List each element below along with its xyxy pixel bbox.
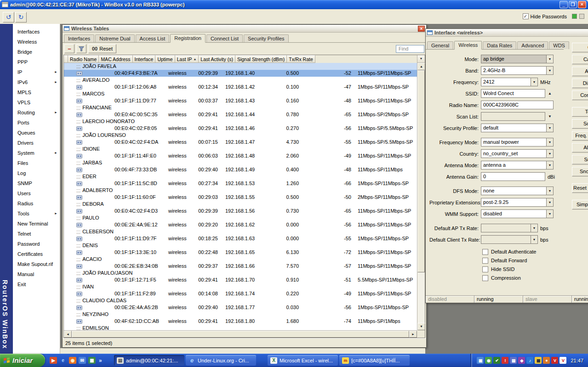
dialog-button[interactable]: OK <box>572 43 588 52</box>
hide-passwords-checkbox[interactable]: ✓ <box>523 13 529 19</box>
device-icon[interactable]: ◆ <box>518 357 525 364</box>
option-row[interactable]: Compression <box>482 274 588 282</box>
dialog-button[interactable]: Torch <box>572 107 588 117</box>
sidebar-item[interactable]: MPLS <box>13 87 60 97</box>
dropdown-arrow-icon[interactable]: ▼ <box>546 55 553 63</box>
dialog-button[interactable]: Comment <box>572 90 588 100</box>
taskbar-task-button[interactable]: admin@00:0C:42:21:... <box>114 355 184 366</box>
entry-comment-row[interactable]: ;;;IVAN <box>64 283 417 290</box>
sidebar-item[interactable]: Wireless <box>13 37 60 47</box>
entry-comment-row[interactable]: ;;;MARCOS <box>64 90 417 97</box>
field-value[interactable]: none ▼ <box>481 186 554 195</box>
entry-data-row[interactable]: 00:0E:2E:4A:A5:2B wireless 00:29:40 192.… <box>64 304 417 311</box>
entry-comment-row[interactable]: ;;;IDIONE <box>64 146 417 152</box>
field-value[interactable]: 000C4239608C <box>481 101 554 109</box>
scroll-left-icon[interactable]: ◄ <box>64 331 72 338</box>
column-header[interactable]: Last IP ▲ <box>175 55 199 63</box>
field-value[interactable]: no_country_set ▼ <box>481 149 554 158</box>
entry-data-row[interactable]: 00:E0:4C:00:5C:35 wireless 00:29:41 192.… <box>64 111 417 118</box>
field-value[interactable]: ▼ <box>481 235 538 244</box>
column-header[interactable]: Tx/Rx Rate <box>287 55 315 63</box>
antivirus-icon[interactable]: V <box>551 357 558 364</box>
show-desktop-icon[interactable]: ▦ <box>88 357 96 364</box>
sidebar-item[interactable]: Files <box>13 158 60 168</box>
sidebar-item[interactable]: Password <box>13 239 60 249</box>
column-header[interactable] <box>64 55 68 63</box>
redo-button[interactable]: ↻ <box>15 12 27 23</box>
entry-comment-row[interactable]: ;;;JOÃO FAVELA <box>64 63 417 70</box>
sidebar-item[interactable]: Telnet <box>13 229 60 239</box>
column-header[interactable]: Radio Name <box>68 55 99 63</box>
field-value[interactable]: 2412 ▼ <box>481 78 538 86</box>
entry-data-row[interactable]: 00:0E:2E:EB:34:0B wireless 00:29:37 192.… <box>64 263 417 270</box>
sidebar-item[interactable]: Certificates <box>13 249 60 259</box>
vnc-icon[interactable]: V <box>559 357 566 364</box>
vertical-scrollbar[interactable]: ▲ ▼ <box>417 63 425 330</box>
alert-icon[interactable]: ! <box>502 357 508 364</box>
entry-data-row[interactable]: 00:E0:4C:02:F4:DA wireless 00:07:15 192.… <box>64 139 417 146</box>
sidebar-item[interactable]: SNMP <box>13 178 60 188</box>
sidebar-item[interactable]: Bridge <box>13 47 60 57</box>
entry-data-row[interactable]: 00:E0:4C:02:F8:05 wireless 00:29:41 192.… <box>64 125 417 132</box>
sidebar-item[interactable]: New Terminal <box>13 219 60 229</box>
entry-data-row[interactable]: 00:06:4F:73:33:DB wireless 00:29:40 192.… <box>64 166 417 173</box>
checkbox[interactable] <box>482 275 488 281</box>
expand-toggle-icon[interactable]: ▲ <box>547 91 553 96</box>
entry-comment-row[interactable]: ;;;CLAUDIO CALDAS <box>64 297 417 304</box>
dialog-button[interactable]: Scan... <box>572 119 588 129</box>
firefox-icon[interactable]: ◉ <box>69 357 76 364</box>
media-player-icon[interactable]: ▶ <box>50 357 57 364</box>
dropdown-arrow-icon[interactable]: ▼ <box>531 224 537 232</box>
taskbar-task-button[interactable]: [c=#00A8A8][u]THÍÍ... <box>339 355 410 366</box>
tab[interactable]: Advanced <box>517 41 548 49</box>
scroll-up-icon[interactable]: ▲ <box>417 63 425 70</box>
option-row[interactable]: Default Forward <box>482 257 588 264</box>
sidebar-item[interactable]: Manual <box>13 269 60 279</box>
sidebar-item[interactable]: Drivers <box>13 138 60 148</box>
dialog-button[interactable]: Snooper... <box>572 167 588 176</box>
dropdown-arrow-icon[interactable]: ▼ <box>531 236 537 243</box>
entry-data-row[interactable]: 00:1F:1F:11:F2:89 wireless 00:14:08 192.… <box>64 290 417 297</box>
keyboard-layout-icon[interactable]: ▦ <box>535 357 542 364</box>
entry-data-row[interactable]: 00:0E:2E:4A:9E:12 wireless 00:29:20 192.… <box>64 221 417 228</box>
dropdown-arrow-icon[interactable]: ▼ <box>546 67 553 74</box>
entry-data-row[interactable]: 00:1F:1F:11:60:0F wireless 00:29:03 192.… <box>64 194 417 201</box>
dropdown-arrow-icon[interactable]: ▼ <box>546 187 553 195</box>
dialog-button[interactable]: Freq. Usage... <box>572 131 588 141</box>
scrollbar-thumb[interactable] <box>417 70 425 272</box>
tab[interactable]: General <box>427 41 453 49</box>
entry-data-row[interactable]: 00:1F:1F:11:5C:8D wireless 00:27:34 192.… <box>64 180 417 187</box>
field-value[interactable]: 0 <box>481 172 545 181</box>
column-select-button[interactable]: ▼ <box>417 55 425 63</box>
field-value[interactable]: ap bridge ▼ <box>481 55 554 63</box>
entry-data-row[interactable]: 00:1F:1F:12:06:A8 wireless 00:12:34 192.… <box>64 84 417 90</box>
dialog-button[interactable]: Apply <box>572 67 588 76</box>
field-value[interactable]: ▼ <box>481 224 538 232</box>
entry-data-row[interactable]: 00:40:F4:F3:BE:7A wireless 00:29:39 192.… <box>64 70 417 77</box>
volume-icon[interactable]: ♪ <box>526 357 533 364</box>
expand-toggle-icon[interactable]: ▼ <box>547 114 553 119</box>
entry-data-row[interactable]: 00:1F:1F:11:D9:7F wireless 00:18:25 192.… <box>64 235 417 242</box>
tab[interactable]: Connect List <box>206 34 243 42</box>
sidebar-item[interactable]: Tools ► <box>13 209 60 219</box>
option-row[interactable]: Hide SSID <box>482 265 588 273</box>
quick-launch-overflow-chevron[interactable]: » <box>99 357 102 364</box>
maximize-button[interactable]: ❐ <box>569 1 577 8</box>
entry-comment-row[interactable]: ;;;JOÃO PAULO/JASON <box>64 270 417 277</box>
entry-comment-row[interactable]: ;;;FRANCIANE <box>64 104 417 111</box>
entry-data-row[interactable]: 00:1F:1F:11:4F:E0 wireless 00:06:03 192.… <box>64 152 417 159</box>
network-icon[interactable]: ▣ <box>477 357 484 364</box>
option-row[interactable]: Default Authenticate <box>482 248 588 255</box>
tab[interactable]: Interfaces <box>64 34 94 42</box>
sidebar-item[interactable]: IP ► <box>13 67 60 77</box>
entry-comment-row[interactable]: ;;;DENIS <box>64 242 417 249</box>
checkbox[interactable] <box>482 249 488 255</box>
entry-comment-row[interactable]: ;;;EDER <box>64 173 417 180</box>
column-header[interactable]: Signal Strength (dBm) <box>235 55 287 63</box>
minimize-button[interactable]: _ <box>559 1 568 8</box>
dialog-button[interactable]: Align... <box>572 143 588 152</box>
field-value[interactable]: post-2.9.25 ▼ <box>481 198 554 207</box>
interface-dialog-titlebar[interactable]: Interface <wireless> <box>426 29 588 37</box>
messenger-icon[interactable]: ◉ <box>485 357 492 364</box>
entry-comment-row[interactable]: ;;;NEYZINHO <box>64 311 417 318</box>
